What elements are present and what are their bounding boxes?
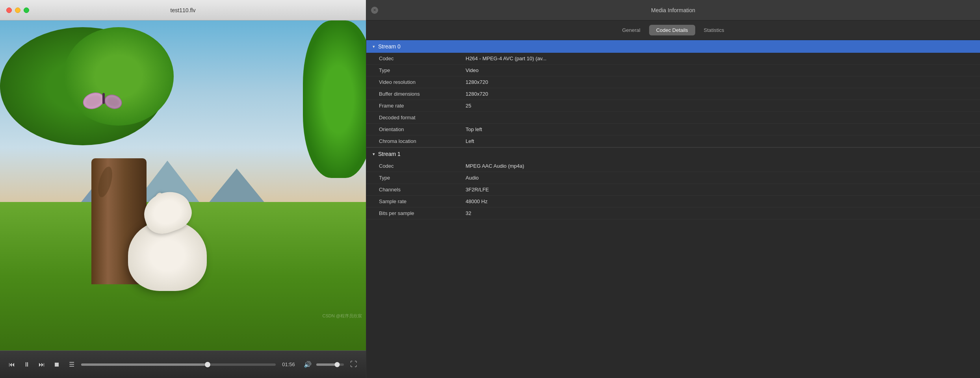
tree-top-foliage <box>0 27 165 145</box>
playlist-button[interactable]: ☰ <box>66 359 77 370</box>
table-row: Frame rate 25 <box>366 100 980 112</box>
row-val: Left <box>466 138 974 144</box>
traffic-lights <box>6 7 29 13</box>
row-key: Orientation <box>379 126 466 132</box>
minimize-traffic-light[interactable] <box>15 7 20 13</box>
progress-thumb <box>205 362 210 367</box>
row-val: Top left <box>466 126 974 132</box>
progress-fill <box>81 363 208 366</box>
right-tree-foliage <box>303 20 366 178</box>
table-row: Orientation Top left <box>366 124 980 135</box>
row-key: Video resolution <box>379 79 466 85</box>
row-val: Audio <box>466 175 974 181</box>
rewind-button[interactable]: ⏮ <box>6 359 17 370</box>
stream-1-section: ▾ Stream 1 Codec MPEG AAC Audio (mp4a) T… <box>366 147 980 219</box>
row-key: Buffer dimensions <box>379 91 466 97</box>
video-area: CSDN @程序员欣宸 <box>0 20 366 350</box>
row-key: Codec <box>379 163 466 169</box>
info-titlebar: ✕ Media Information <box>366 0 980 20</box>
info-content: ▾ Stream 0 Codec H264 - MPEG-4 AVC (part… <box>366 40 980 378</box>
fullscreen-button[interactable]: ⛶ <box>348 359 360 370</box>
row-key: Channels <box>379 187 466 193</box>
stream-0-rows: Codec H264 - MPEG-4 AVC (part 10) (av...… <box>366 53 980 147</box>
tab-statistics[interactable]: Statistics <box>697 25 731 35</box>
row-val: 32 <box>466 210 974 216</box>
stream-0-header[interactable]: ▾ Stream 0 <box>366 40 980 53</box>
stream-1-header[interactable]: ▾ Stream 1 <box>366 147 980 160</box>
stream-1-chevron: ▾ <box>373 152 375 157</box>
tree-top-right <box>63 27 174 126</box>
pause-button[interactable]: ⏸ <box>21 359 32 370</box>
stream-0-label: Stream 0 <box>378 43 401 50</box>
butterfly-body <box>102 93 105 104</box>
row-key: Codec <box>379 56 466 61</box>
table-row: Buffer dimensions 1280x720 <box>366 88 980 100</box>
row-key: Chroma location <box>379 138 466 144</box>
right-tree <box>319 20 366 350</box>
row-key: Frame rate <box>379 103 466 109</box>
row-val: H264 - MPEG-4 AVC (part 10) (av... <box>466 56 974 61</box>
volume-slider[interactable] <box>316 363 344 366</box>
table-row: Bits per sample 32 <box>366 208 980 219</box>
watermark: CSDN @程序员欣宸 <box>323 313 362 319</box>
tab-codec-details[interactable]: Codec Details <box>649 25 695 35</box>
row-val: Video <box>466 67 974 73</box>
row-val: MPEG AAC Audio (mp4a) <box>466 163 974 169</box>
close-traffic-light[interactable] <box>6 7 12 13</box>
table-row: Type Video <box>366 65 980 76</box>
player-title: test110.flv <box>171 7 196 13</box>
tabs-bar: General Codec Details Statistics <box>366 20 980 40</box>
row-val: 3F2R/LFE <box>466 187 974 193</box>
butterfly <box>102 93 105 104</box>
volume-fill <box>316 363 337 366</box>
stream-0-chevron: ▾ <box>373 44 375 49</box>
controls-bar: ⏮ ⏸ ⏭ ⏹ ☰ 01:56 🔊 ⛶ <box>0 350 366 378</box>
creature-body <box>128 220 207 291</box>
progress-bar[interactable] <box>81 363 276 366</box>
row-val: 1280x720 <box>466 79 974 85</box>
volume-control: 🔊 <box>301 359 344 370</box>
info-panel: ✕ Media Information General Codec Detail… <box>366 0 980 378</box>
stream-1-label: Stream 1 <box>378 151 401 157</box>
maximize-traffic-light[interactable] <box>24 7 29 13</box>
table-row: Video resolution 1280x720 <box>366 76 980 88</box>
table-row: Sample rate 48000 Hz <box>366 196 980 208</box>
table-row: Decoded format <box>366 112 980 124</box>
table-row: Codec H264 - MPEG-4 AVC (part 10) (av... <box>366 53 980 65</box>
player-titlebar: test110.flv <box>0 0 366 20</box>
row-key: Bits per sample <box>379 210 466 216</box>
time-display: 01:56 <box>280 361 297 367</box>
creature <box>128 220 207 291</box>
table-row: Codec MPEG AAC Audio (mp4a) <box>366 160 980 172</box>
stream-1-rows: Codec MPEG AAC Audio (mp4a) Type Audio C… <box>366 160 980 219</box>
row-val: 1280x720 <box>466 91 974 97</box>
forward-button[interactable]: ⏭ <box>36 359 47 370</box>
tab-general[interactable]: General <box>615 25 647 35</box>
player-panel: test110.flv <box>0 0 366 378</box>
volume-thumb <box>334 362 340 367</box>
row-key: Sample rate <box>379 198 466 204</box>
info-close-button[interactable]: ✕ <box>371 7 378 14</box>
row-key: Type <box>379 67 466 73</box>
table-row: Type Audio <box>366 172 980 184</box>
video-scene <box>0 20 366 350</box>
table-row: Channels 3F2R/LFE <box>366 184 980 196</box>
row-val: 25 <box>466 103 974 109</box>
volume-icon-button[interactable]: 🔊 <box>301 359 314 370</box>
row-key: Decoded format <box>379 115 466 120</box>
row-val: 48000 Hz <box>466 198 974 204</box>
row-key: Type <box>379 175 466 181</box>
stop-button[interactable]: ⏹ <box>51 359 62 370</box>
stream-0-section: ▾ Stream 0 Codec H264 - MPEG-4 AVC (part… <box>366 40 980 147</box>
info-panel-title: Media Information <box>651 7 695 13</box>
table-row: Chroma location Left <box>366 135 980 147</box>
